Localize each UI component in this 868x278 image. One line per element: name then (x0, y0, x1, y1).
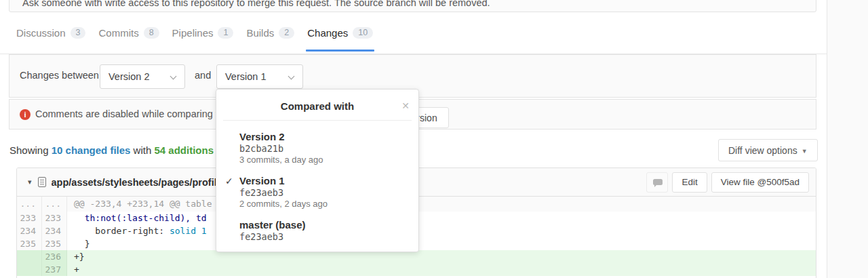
diff-line-code: @@ -233,4 +233,14 @@ table (67, 197, 816, 212)
new-line-number[interactable]: 236 (42, 250, 67, 263)
code-token: +} (74, 252, 85, 262)
old-line-number[interactable]: 234 (17, 224, 42, 237)
collapsed-right-sidebar[interactable] (827, 0, 868, 278)
version-option-master-base-[interactable]: master (base)fe23aeb3 (216, 214, 418, 247)
diff-line-code: border-right: solid 1 (67, 224, 816, 237)
diff-line-code: th:not(:last-child), td (67, 212, 816, 224)
tab-commits[interactable]: Commits8 (97, 12, 160, 54)
code-token: solid 1 (170, 226, 207, 236)
tab-label: Changes (307, 27, 348, 39)
old-line-number[interactable] (17, 250, 42, 263)
summary-prefix: Showing (9, 144, 52, 156)
target-version-select[interactable]: Version 1 (216, 64, 303, 89)
version-option-title: Version 1 (239, 175, 285, 186)
diff-view-options-button[interactable]: Diff view options▼ (718, 139, 818, 161)
tab-count-badge: 8 (144, 27, 159, 39)
tab-label: Builds (246, 27, 274, 39)
additions-count: 54 additions (154, 144, 214, 156)
version-option-sha: b2cba21b (239, 143, 408, 155)
changed-files-link[interactable]: 10 changed files (52, 144, 131, 156)
new-line-number[interactable]: ... (42, 197, 67, 212)
edit-file-button[interactable]: Edit (672, 172, 707, 193)
and-label: and (195, 70, 211, 81)
merge-notice-box: Ask someone with write access to this re… (9, 0, 816, 12)
close-icon[interactable]: ✕ (401, 101, 410, 111)
start-version-select[interactable]: Version 2 (100, 64, 185, 89)
comment-bubble-icon (653, 179, 663, 185)
old-line-number[interactable]: 235 (17, 237, 42, 250)
dropdown-item-list: Version 2b2cba21b3 commits, a day ago✓Ve… (216, 121, 418, 247)
diff-summary-text: Showing 10 changed files with 54 additio… (9, 144, 233, 156)
version-option-version-1[interactable]: ✓Version 1fe23aeb32 commits, 2 days ago (216, 170, 418, 214)
tab-count-badge: 1 (218, 27, 233, 39)
old-line-number[interactable]: 233 (17, 212, 42, 224)
tab-discussion[interactable]: Discussion3 (15, 12, 87, 54)
check-icon: ✓ (225, 176, 233, 186)
file-icon (38, 177, 46, 187)
toggle-comments-button[interactable] (646, 172, 668, 193)
version-option-title: master (base) (239, 219, 306, 231)
dropdown-title: Compared with (216, 90, 418, 120)
code-token: @@ -233,4 +233,14 @@ table (74, 199, 212, 209)
tab-builds[interactable]: Builds2 (245, 12, 296, 54)
version-option-meta: 2 commits, 2 days ago (239, 199, 408, 210)
version-option-meta: 3 commits, a day ago (239, 155, 408, 165)
code-token: border-right: (74, 226, 170, 236)
chevron-down-icon (170, 73, 177, 80)
code-token: th:not(:last-child), td (85, 213, 207, 223)
tab-changes[interactable]: Changes10 (306, 12, 374, 54)
changes-between-label: Changes between (20, 70, 99, 81)
tab-count-badge: 10 (353, 27, 373, 39)
compare-versions-dropdown: Compared with ✕ Version 2b2cba21b3 commi… (216, 89, 419, 252)
caret-down-icon: ▼ (802, 148, 808, 155)
mr-tabs: Discussion3Commits8Pipelines1Builds2Chan… (0, 12, 827, 54)
diff-line-row: 237+ (17, 263, 816, 276)
collapse-caret-icon[interactable]: ▾ (28, 178, 32, 186)
new-line-number[interactable]: 235 (42, 237, 67, 250)
info-icon: i (20, 109, 31, 120)
new-line-number[interactable]: 234 (42, 224, 67, 237)
tab-label: Commits (98, 27, 138, 39)
diff-view-options-label: Diff view options (728, 145, 797, 156)
new-line-number[interactable]: 233 (42, 212, 67, 224)
merge-notice-text: Ask someone with write access to this re… (22, 0, 490, 8)
version-option-title: Version 2 (239, 131, 285, 142)
start-version-value: Version 2 (108, 71, 149, 82)
version-option-version-2[interactable]: Version 2b2cba21b3 commits, a day ago (216, 126, 418, 170)
view-file-button[interactable]: View file @500f5ad (711, 172, 809, 193)
tab-pipelines[interactable]: Pipelines1 (171, 12, 235, 54)
new-line-number[interactable]: 237 (42, 263, 67, 276)
tab-label: Discussion (16, 27, 66, 39)
old-line-number[interactable] (17, 263, 42, 276)
tab-count-badge: 3 (71, 27, 86, 39)
diff-line-code: + (67, 263, 816, 276)
code-token (74, 213, 85, 223)
target-version-value: Version 1 (225, 71, 266, 82)
code-token: } (74, 239, 90, 249)
version-option-sha: fe23aeb3 (239, 231, 408, 243)
version-option-sha: fe23aeb3 (239, 187, 408, 199)
diff-line-code: } (67, 237, 816, 250)
old-line-number[interactable]: ... (17, 197, 42, 212)
code-token: + (74, 264, 79, 275)
diff-line-code: +} (67, 250, 816, 263)
file-path[interactable]: app/assets/stylesheets/pages/profile (52, 177, 222, 188)
summary-middle: with (130, 144, 154, 156)
chevron-down-icon (288, 73, 295, 80)
file-header-actions: Edit View file @500f5ad (646, 172, 809, 193)
tab-count-badge: 2 (279, 27, 294, 39)
tab-label: Pipelines (172, 27, 214, 39)
